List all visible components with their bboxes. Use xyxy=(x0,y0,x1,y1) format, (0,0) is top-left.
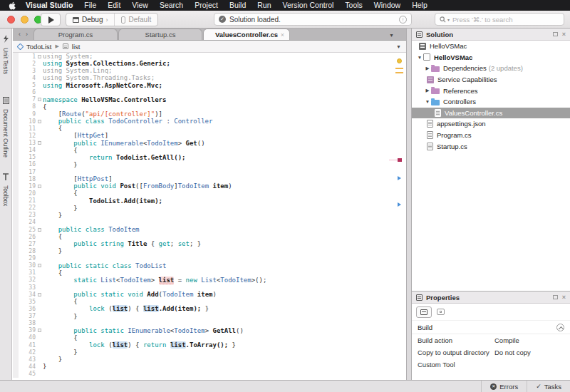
fold-toggle-icon[interactable] xyxy=(38,120,41,123)
properties-view-button[interactable] xyxy=(416,306,432,318)
errors-pad-button[interactable]: ✕ Errors xyxy=(481,381,527,392)
breakpoint-margin[interactable] xyxy=(13,240,19,247)
tree-item-controllers[interactable]: ▼Controllers xyxy=(412,96,570,108)
device-dropdown[interactable]: Default xyxy=(115,14,157,26)
breakpoint-margin[interactable] xyxy=(13,197,19,205)
breakpoint-margin[interactable] xyxy=(13,147,19,154)
error-marker-icon[interactable] xyxy=(398,158,402,162)
breakpoint-margin[interactable] xyxy=(13,219,19,226)
menu-run[interactable]: Run xyxy=(252,0,276,11)
expander-down-icon[interactable]: ▼ xyxy=(424,99,431,104)
breakpoint-margin[interactable] xyxy=(13,103,19,110)
close-pad-icon[interactable]: × xyxy=(562,295,566,299)
breakpoint-margin[interactable] xyxy=(13,320,19,327)
menu-search[interactable]: Search xyxy=(154,0,189,11)
tree-item-hellovsmac[interactable]: HelloVSMac xyxy=(412,41,570,52)
tab-program-cs[interactable]: Program.cs xyxy=(33,29,118,40)
breakpoint-margin[interactable] xyxy=(13,349,19,356)
breakpoint-margin[interactable] xyxy=(13,247,19,254)
breakpoint-margin[interactable] xyxy=(13,334,19,341)
warning-line-marker[interactable] xyxy=(395,68,403,69)
breakpoint-margin[interactable] xyxy=(13,291,19,298)
breakpoint-margin[interactable] xyxy=(13,305,19,312)
breakpoint-margin[interactable] xyxy=(13,110,19,118)
fold-toggle-icon[interactable] xyxy=(38,55,41,58)
tree-item-appsettings-json[interactable]: appsettings.json xyxy=(412,118,570,130)
code-editor[interactable]: 1using System;2using System.Collections.… xyxy=(13,53,406,380)
tree-item-service-capabilities[interactable]: Service Capabilities xyxy=(412,74,570,86)
breakpoint-margin[interactable] xyxy=(13,298,19,305)
fold-toggle-icon[interactable] xyxy=(38,329,41,332)
breakpoint-margin[interactable] xyxy=(13,356,19,363)
tree-item-valuescontroller-cs[interactable]: ValuesController.cs xyxy=(412,108,570,119)
breakpoint-margin[interactable] xyxy=(13,161,19,168)
dock-pad-icon[interactable] xyxy=(553,295,558,299)
panel-splitter[interactable] xyxy=(406,29,412,380)
search-input[interactable] xyxy=(452,16,559,24)
menu-window[interactable]: Window xyxy=(368,0,406,11)
apple-menu-icon[interactable] xyxy=(7,1,17,10)
breakpoint-margin[interactable] xyxy=(13,60,19,67)
expander-down-icon[interactable]: ▼ xyxy=(416,55,423,60)
fold-toggle-icon[interactable] xyxy=(38,141,41,145)
breakpoint-margin[interactable] xyxy=(13,190,19,197)
status-popup-icon[interactable]: ↑ xyxy=(399,16,407,24)
tab-list-dropdown-icon[interactable]: ▼ xyxy=(389,33,406,40)
tree-item-hellovsmac[interactable]: ▼HelloVSMac xyxy=(412,52,570,63)
tree-item-dependencies[interactable]: ▶Dependencies(2 updates) xyxy=(412,63,570,74)
fold-toggle-icon[interactable] xyxy=(38,98,41,101)
breakpoint-margin[interactable] xyxy=(13,168,19,175)
breakpoint-margin[interactable] xyxy=(13,96,19,103)
collapse-section-icon[interactable] xyxy=(556,324,564,331)
fold-toggle-icon[interactable] xyxy=(38,293,41,296)
warning-line-marker[interactable] xyxy=(395,72,403,73)
tab-valuescontroller-cs[interactable]: ValuesController.cs× xyxy=(203,29,290,40)
breakpoint-margin[interactable] xyxy=(13,182,19,190)
breakpoint-margin[interactable] xyxy=(13,284,19,291)
tree-item-references[interactable]: ▶References xyxy=(412,85,570,96)
pad-tab-document-outline[interactable]: Document Outline xyxy=(2,94,9,158)
menu-project[interactable]: Project xyxy=(189,0,224,11)
breakpoint-margin[interactable] xyxy=(13,277,19,284)
menu-file[interactable]: File xyxy=(78,0,102,11)
property-value[interactable]: Do not copy xyxy=(494,349,531,356)
breakpoint-margin[interactable] xyxy=(13,82,19,89)
breakpoint-margin[interactable] xyxy=(13,269,19,277)
property-value[interactable]: Compile xyxy=(494,336,519,344)
breakpoint-margin[interactable] xyxy=(13,363,19,370)
fold-toggle-icon[interactable] xyxy=(38,264,41,267)
breakpoint-margin[interactable] xyxy=(13,233,19,240)
close-tab-icon[interactable]: × xyxy=(281,31,284,38)
breakpoint-margin[interactable] xyxy=(13,154,19,161)
suggestion-marker-icon[interactable] xyxy=(397,58,402,63)
configuration-dropdown[interactable]: Debug › xyxy=(66,14,115,26)
navigate-back-icon[interactable]: ‹ xyxy=(19,31,21,38)
breadcrumb-member[interactable]: list xyxy=(72,43,81,51)
breakpoint-margin[interactable] xyxy=(13,327,19,334)
tab-startup-cs[interactable]: Startup.cs xyxy=(118,29,202,40)
breakpoint-margin[interactable] xyxy=(13,313,19,320)
breakpoint-margin[interactable] xyxy=(13,255,19,262)
breakpoint-margin[interactable] xyxy=(13,125,19,132)
close-pad-icon[interactable]: × xyxy=(562,32,566,36)
tasks-pad-button[interactable]: ✓ Tasks xyxy=(527,381,570,392)
search-scope-chevron-icon[interactable]: ▾ xyxy=(447,17,450,22)
breakpoint-margin[interactable] xyxy=(13,67,19,74)
events-view-icon[interactable] xyxy=(437,309,445,315)
breakpoint-margin[interactable] xyxy=(13,205,19,212)
breakpoint-margin[interactable] xyxy=(13,140,19,147)
pad-tab-unit-tests[interactable]: Unit Tests xyxy=(2,33,9,74)
bookmark-marker-icon[interactable] xyxy=(398,176,401,180)
fold-toggle-icon[interactable] xyxy=(38,185,41,188)
menu-build[interactable]: Build xyxy=(224,0,252,11)
breadcrumb-type[interactable]: TodoList xyxy=(26,43,51,51)
breakpoint-margin[interactable] xyxy=(13,175,19,182)
menu-app-name[interactable]: Visual Studio xyxy=(20,0,78,11)
breakpoint-margin[interactable] xyxy=(13,226,19,233)
breakpoint-margin[interactable] xyxy=(13,118,19,125)
minimize-window-button[interactable] xyxy=(21,16,28,24)
menu-version-control[interactable]: Version Control xyxy=(277,0,340,11)
expander-right-icon[interactable]: ▶ xyxy=(424,88,431,93)
breakpoint-margin[interactable] xyxy=(13,53,19,60)
bookmark-marker-icon[interactable] xyxy=(398,202,401,207)
